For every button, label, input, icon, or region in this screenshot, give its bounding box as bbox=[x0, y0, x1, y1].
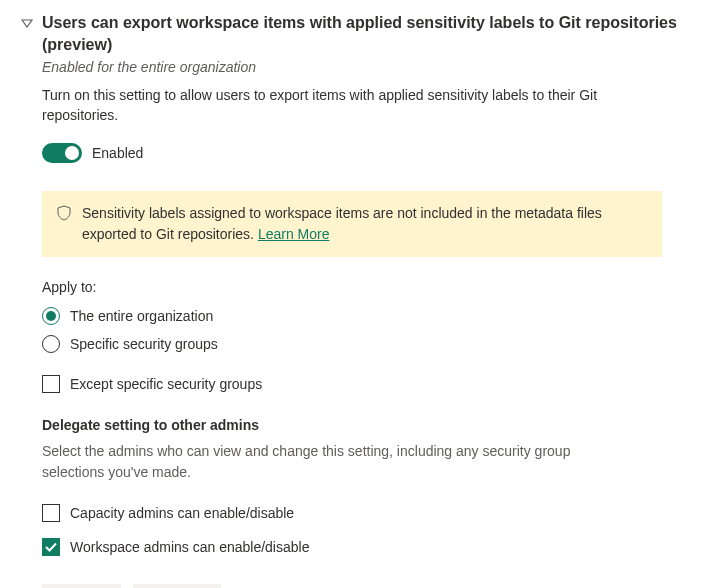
checkbox-workspace-admins[interactable]: Workspace admins can enable/disable bbox=[42, 538, 688, 556]
checkbox-icon bbox=[42, 504, 60, 522]
checkbox-label: Except specific security groups bbox=[70, 376, 262, 392]
info-banner: Sensitivity labels assigned to workspace… bbox=[42, 191, 662, 257]
learn-more-link[interactable]: Learn More bbox=[258, 226, 330, 242]
radio-label: Specific security groups bbox=[70, 336, 218, 352]
checkbox-icon bbox=[42, 375, 60, 393]
apply-button[interactable]: Apply bbox=[42, 584, 121, 588]
radio-icon bbox=[42, 307, 60, 325]
enabled-toggle[interactable] bbox=[42, 143, 82, 163]
toggle-label: Enabled bbox=[92, 145, 143, 161]
delegate-title: Delegate setting to other admins bbox=[42, 417, 688, 433]
delegate-description: Select the admins who can view and chang… bbox=[42, 441, 602, 482]
apply-to-label: Apply to: bbox=[42, 279, 688, 295]
setting-scope: Enabled for the entire organization bbox=[42, 59, 688, 75]
radio-specific-groups[interactable]: Specific security groups bbox=[42, 335, 688, 353]
checkbox-capacity-admins[interactable]: Capacity admins can enable/disable bbox=[42, 504, 688, 522]
setting-title: Users can export workspace items with ap… bbox=[42, 12, 688, 57]
radio-entire-org[interactable]: The entire organization bbox=[42, 307, 688, 325]
shield-icon bbox=[56, 205, 72, 221]
setting-description: Turn on this setting to allow users to e… bbox=[42, 85, 602, 126]
checkbox-label: Workspace admins can enable/disable bbox=[70, 539, 309, 555]
cancel-button[interactable]: Cancel bbox=[133, 584, 221, 588]
radio-label: The entire organization bbox=[70, 308, 213, 324]
checkbox-icon bbox=[42, 538, 60, 556]
checkbox-label: Capacity admins can enable/disable bbox=[70, 505, 294, 521]
collapse-icon[interactable] bbox=[20, 16, 34, 30]
info-text: Sensitivity labels assigned to workspace… bbox=[82, 205, 602, 242]
checkbox-except-groups[interactable]: Except specific security groups bbox=[42, 375, 688, 393]
radio-icon bbox=[42, 335, 60, 353]
